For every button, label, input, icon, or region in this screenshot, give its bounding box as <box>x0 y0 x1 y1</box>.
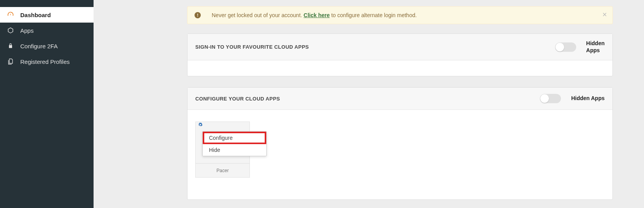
panel-body: Pacer Configure Hide <box>188 110 612 199</box>
close-icon[interactable]: × <box>602 11 607 18</box>
panel-signin: SIGN-IN TO YOUR FAVOURITE CLOUD APPS Hid… <box>187 33 613 76</box>
hidden-apps-control: Hidden Apps <box>555 40 605 54</box>
panel-body <box>188 60 612 76</box>
sidebar: Dashboard Apps Configure 2FA Registered … <box>0 0 94 208</box>
app-card-name: Pacer <box>196 163 249 177</box>
hidden-apps-label: Hidden Apps <box>586 40 605 54</box>
info-icon: ! <box>195 12 201 18</box>
panel-header: CONFIGURE YOUR CLOUD APPS Hidden Apps <box>188 88 612 110</box>
hidden-apps-label-line1: Hidden <box>586 40 605 47</box>
panel-title: SIGN-IN TO YOUR FAVOURITE CLOUD APPS <box>195 44 309 50</box>
gauge-icon <box>6 11 15 19</box>
sidebar-item-dashboard[interactable]: Dashboard <box>0 7 94 23</box>
lock-icon <box>6 42 15 50</box>
sidebar-item-registered-profiles[interactable]: Registered Profiles <box>0 54 94 69</box>
sidebar-item-apps[interactable]: Apps <box>0 23 94 38</box>
sidebar-item-label: Registered Profiles <box>20 58 70 65</box>
alert-text-before: Never get locked out of your account. <box>212 12 304 18</box>
menu-item-hide[interactable]: Hide <box>203 144 266 156</box>
hidden-apps-control: Hidden Apps <box>540 94 605 103</box>
svg-text:!: ! <box>197 13 198 18</box>
sidebar-item-configure-2fa[interactable]: Configure 2FA <box>0 38 94 54</box>
hidden-apps-toggle[interactable] <box>540 94 561 103</box>
sidebar-item-label: Dashboard <box>20 12 51 18</box>
alert-banner: ! Never get locked out of your account. … <box>187 6 613 24</box>
files-icon <box>6 57 15 66</box>
app-card: Pacer Configure Hide <box>195 122 250 178</box>
gear-icon[interactable] <box>198 122 203 128</box>
cube-icon <box>6 26 15 35</box>
alert-text: Never get locked out of your account. Cl… <box>212 12 417 18</box>
hidden-apps-toggle[interactable] <box>555 42 576 52</box>
panel-header: SIGN-IN TO YOUR FAVOURITE CLOUD APPS Hid… <box>188 34 612 60</box>
app-card-menu: Configure Hide <box>202 131 267 156</box>
alert-text-after: to configure alternate login method. <box>330 12 417 18</box>
hidden-apps-label-line2: Apps <box>586 47 605 54</box>
panel-configure: CONFIGURE YOUR CLOUD APPS Hidden Apps Pa… <box>187 87 613 200</box>
panel-title: CONFIGURE YOUR CLOUD APPS <box>195 96 280 102</box>
sidebar-item-label: Apps <box>20 27 34 34</box>
app-card-head <box>196 122 249 128</box>
alert-link[interactable]: Click here <box>304 12 330 18</box>
hidden-apps-label: Hidden Apps <box>571 95 605 102</box>
menu-item-configure[interactable]: Configure <box>203 132 266 144</box>
main-content: ! Never get locked out of your account. … <box>94 0 644 208</box>
sidebar-item-label: Configure 2FA <box>20 43 58 49</box>
